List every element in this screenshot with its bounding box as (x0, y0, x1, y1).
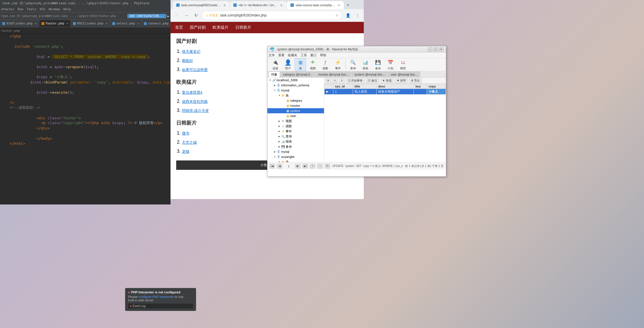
report-button[interactable]: 📊 报表 (360, 59, 371, 71)
next-button[interactable]: > (339, 78, 345, 83)
reload-button[interactable]: ↻ (192, 11, 200, 19)
schedule-button[interactable]: 📅 计划 (385, 59, 396, 71)
menu-vcs[interactable]: VCS (40, 7, 45, 11)
add-record-button[interactable]: + (310, 164, 315, 168)
table-row[interactable]: ▶ 1 私人影院 收集全网最国产 小鱼儿 (325, 89, 446, 95)
sort-button[interactable]: ▼ 排序 (395, 78, 408, 83)
code-editor[interactable]: footer.php <?php include 'connect.php'; (0, 27, 171, 197)
close-tab-icon[interactable]: ✕ (35, 22, 37, 25)
event-button[interactable]: ⚡ 事件 (332, 59, 344, 71)
close-tab-icon[interactable]: ✕ (137, 22, 139, 25)
query-button[interactable]: 🔍 查询 (347, 59, 359, 71)
back-button[interactable]: ← (173, 11, 181, 19)
note-button[interactable]: ◎ 备注 (366, 78, 379, 83)
tree-item-localhost[interactable]: ▼ 🔗 localhost_3306 (267, 78, 324, 83)
menu-run[interactable]: Run (18, 7, 23, 11)
prev-record-button[interactable]: ◀ (277, 164, 282, 168)
tab-system[interactable]: system @mysql (loc... (352, 72, 388, 77)
prev-button[interactable]: < (332, 78, 338, 83)
address-bar[interactable]: ⚠ 不安全 task.com/phpjt/9192/index.php ☆ (202, 11, 342, 20)
menu-icon-button[interactable]: ≡ (325, 78, 331, 83)
th-key[interactable]: key (414, 84, 427, 89)
menu-view[interactable]: 查看 (278, 53, 284, 57)
item-link[interactable]: 阿丽塔:战斗天使 (182, 108, 209, 113)
cell-desc[interactable]: 收集全网最国产 (376, 89, 414, 95)
close-tab-icon[interactable]: ✕ (106, 22, 107, 25)
more-options-button[interactable]: ⋮ (354, 11, 362, 19)
close-tab-button[interactable]: ✕ (337, 3, 340, 7)
model-button[interactable]: 🗂 模型 (397, 59, 409, 71)
item-link[interactable]: 天空之城 (182, 140, 197, 145)
view-button[interactable]: 👁 视图 (307, 59, 319, 71)
close-button[interactable]: ✕ (439, 47, 444, 51)
tree-item-ouyangke-tables[interactable]: ▼ 📁 表 (267, 159, 324, 162)
close-tab-button[interactable]: ✕ (223, 3, 226, 7)
tree-item-movies[interactable]: ▦ movies (267, 103, 324, 108)
menu-file[interactable]: 文件 (269, 53, 275, 57)
tab-category[interactable]: category @mysql (l... (281, 72, 315, 77)
tree-item-system[interactable]: ▦ system (267, 108, 324, 113)
filter-button[interactable]: ▼ 筛选 (380, 78, 394, 83)
th-copy[interactable]: copy (427, 84, 446, 89)
cell-title[interactable]: 私人影院 (353, 89, 376, 95)
tree-item-mysql[interactable]: ▼ 🗄 mysql (267, 88, 324, 93)
refresh-button[interactable]: ↻ (325, 164, 330, 168)
close-tab-button[interactable]: ✕ (279, 3, 283, 7)
tab-footer[interactable]: footer.php ✕ (39, 20, 71, 27)
first-record-button[interactable]: |◀ (270, 164, 275, 168)
th-desc[interactable]: desc (376, 84, 414, 89)
tab-objects[interactable]: 对象 (269, 72, 280, 77)
backup-button[interactable]: 💾 备份 (372, 59, 384, 71)
maximize-button[interactable]: □ (433, 47, 438, 51)
add-config-button[interactable]: ADD CONFIGURATION... (127, 14, 166, 18)
browser-tab-1[interactable]: task.com/mysql/0921/select.p... ✕ (173, 1, 230, 9)
tree-item-ouyangke[interactable]: ▼ 🗄 ouyangke (267, 154, 324, 159)
th-title[interactable]: title (353, 84, 376, 89)
menu-efactor[interactable]: efactor (1, 7, 14, 11)
configure-link[interactable]: configure PHP Interpreter (139, 295, 174, 298)
menu-tools[interactable]: Tools (27, 7, 36, 11)
function-button[interactable]: ƒ 函数 (320, 59, 331, 71)
new-tab-button[interactable]: + (344, 1, 352, 9)
connect-button[interactable]: 🔌 连接 (270, 59, 281, 71)
tree-item-events-folder[interactable]: ▶ ⚡ 事件 (267, 129, 324, 134)
nav-western[interactable]: 欧美猛片 (213, 25, 228, 30)
tree-item-infschema[interactable]: ▶ 🗄 information_schema (267, 83, 324, 88)
th-sys-id[interactable]: sys_id (333, 84, 353, 89)
menu-favorites[interactable]: 收藏夹 (288, 53, 297, 57)
menu-tools[interactable]: 工具 (301, 53, 307, 57)
nav-korean[interactable]: 日韩新片 (235, 25, 251, 30)
tab-select[interactable]: select.php ✕ (110, 20, 142, 27)
user-account-button[interactable]: 👤 (344, 11, 352, 19)
minimize-button[interactable]: – (428, 47, 432, 51)
menu-window[interactable]: Window (49, 7, 60, 11)
tree-item-tables-folder[interactable]: ▼ 📁 表 (267, 93, 324, 98)
tree-item-functions-folder[interactable]: ▶ ƒ 函数 (267, 124, 324, 129)
nav-domestic[interactable]: 国产好剧 (190, 25, 206, 30)
nav-home[interactable]: 首页 (175, 25, 183, 30)
code-area[interactable]: <?php include 'connect.php'; $sql = 'SEL… (0, 34, 171, 197)
tab-9192-index[interactable]: 9192\index.php ✕ (0, 20, 39, 27)
tree-item-user-mysql[interactable]: ▦ user (267, 113, 324, 118)
item-link[interactable]: 如果可以这样爱 (182, 68, 208, 72)
browser-tab-3[interactable]: view-source:task.com/phpjt/5... ✕ (287, 1, 344, 9)
browser-tab-2[interactable]: <br /> <b>Notice</b>: Und... ✕ (230, 1, 287, 9)
tab-movies[interactable]: movies @mysql (loc... (315, 72, 351, 77)
navicat-sidebar[interactable]: ▼ 🔗 localhost_3306 ▶ 🗄 information_schem… (267, 78, 324, 162)
forward-button[interactable]: → (182, 11, 190, 19)
delete-record-button[interactable]: – (317, 164, 323, 168)
item-link[interactable]: 复仇者联盟4 (182, 90, 202, 95)
tab-connect[interactable]: connect.php ✕ (142, 20, 171, 27)
tree-item-mysql2[interactable]: ▶ 🗄 mysql (267, 149, 324, 154)
bookmark-icon[interactable]: ☆ (335, 13, 338, 17)
menu-help[interactable]: Help (63, 7, 71, 11)
start-transaction-button[interactable]: ◎ 开始事务 (346, 78, 365, 83)
item-link[interactable]: 倚天屠龙记 (182, 49, 200, 54)
tab-0921-index[interactable]: 0921\index.php ✕ (71, 20, 110, 27)
data-table[interactable]: sys_id title desc key copy ▶ 1 私人影院 收集全网 (324, 84, 446, 162)
item-link[interactable]: 波西米亚狂想曲 (182, 99, 208, 104)
close-tab-icon[interactable]: ✕ (67, 22, 68, 25)
menu-help[interactable]: 帮助 (320, 53, 326, 57)
tree-item-views-folder[interactable]: ▶ 👁 视图 (267, 118, 324, 124)
record-input[interactable]: 1 (284, 164, 293, 168)
